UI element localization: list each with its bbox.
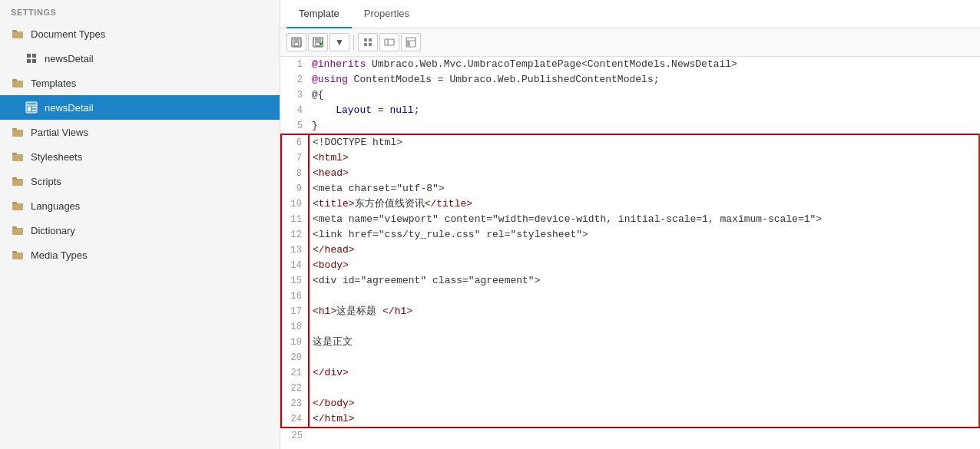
- folder-icon-languages: [11, 199, 25, 213]
- code-line[interactable]: <div id="agreement" class="agreement">: [309, 273, 979, 289]
- code-line[interactable]: 这是正文: [309, 335, 979, 350]
- svg-rect-30: [316, 42, 320, 46]
- table-row: 21</div>: [281, 365, 979, 381]
- insert-partial-button[interactable]: [401, 33, 421, 51]
- code-line[interactable]: </body>: [309, 396, 979, 411]
- sidebar-item-label: Media Types: [31, 249, 87, 261]
- line-number: 18: [281, 319, 309, 335]
- svg-rect-12: [32, 110, 36, 111]
- sidebar: SETTINGS Document Types newsDetail Templ…: [0, 0, 280, 449]
- line-number: 20: [281, 350, 309, 365]
- code-line[interactable]: <h1>这是标题 </h1>: [309, 304, 979, 319]
- sidebar-item-partial-views[interactable]: Partial Views: [0, 120, 280, 144]
- save-publish-button[interactable]: [308, 33, 328, 51]
- line-number: 19: [281, 335, 309, 350]
- svg-rect-0: [12, 31, 23, 38]
- code-line[interactable]: [309, 350, 979, 365]
- table-row: 12<link href="css/ty_rule.css" rel="styl…: [281, 227, 979, 243]
- code-line[interactable]: @using ContentModels = Umbraco.Web.Publi…: [309, 72, 979, 87]
- sidebar-item-newsdetail-doc[interactable]: newsDetail: [0, 46, 280, 71]
- svg-rect-18: [12, 177, 17, 180]
- folder-icon-partial: [11, 125, 25, 139]
- line-number: 24: [281, 411, 309, 428]
- code-line[interactable]: <html>: [309, 150, 979, 166]
- settings-label: SETTINGS: [0, 0, 280, 21]
- table-row: 17<h1>这是标题 </h1>: [281, 304, 979, 319]
- tab-template[interactable]: Template: [286, 0, 352, 28]
- save-button[interactable]: [286, 33, 306, 51]
- sidebar-item-label: Templates: [31, 78, 76, 89]
- svg-rect-16: [12, 153, 17, 155]
- svg-rect-3: [32, 54, 36, 58]
- line-number: 13: [281, 243, 309, 258]
- sidebar-item-scripts[interactable]: Scripts: [0, 169, 280, 193]
- folder-icon-dictionary: [11, 223, 25, 237]
- code-line[interactable]: <body>: [309, 258, 979, 273]
- sidebar-item-templates[interactable]: Templates: [0, 71, 280, 95]
- line-number: 17: [281, 304, 309, 319]
- table-row: 1@inherits Umbraco.Web.Mvc.UmbracoTempla…: [281, 57, 979, 72]
- svg-rect-31: [364, 38, 367, 41]
- code-table: 1@inherits Umbraco.Web.Mvc.UmbracoTempla…: [280, 57, 980, 444]
- sidebar-item-label: Stylesheets: [31, 151, 82, 163]
- code-line[interactable]: <link href="css/ty_rule.css" rel="styles…: [309, 227, 979, 243]
- tab-properties[interactable]: Properties: [352, 0, 422, 28]
- svg-rect-32: [369, 38, 372, 41]
- line-number: 11: [281, 212, 309, 227]
- sidebar-item-newsdetail-template[interactable]: newsDetail: [0, 95, 280, 120]
- code-line[interactable]: @inherits Umbraco.Web.Mvc.UmbracoTemplat…: [309, 57, 979, 72]
- line-number: 7: [281, 150, 309, 166]
- line-number: 16: [281, 289, 309, 304]
- folder-icon-templates: [11, 76, 25, 90]
- svg-rect-15: [12, 154, 23, 161]
- sidebar-item-media-types[interactable]: Media Types: [0, 243, 280, 267]
- template-icon: [25, 101, 38, 114]
- svg-rect-19: [12, 203, 23, 210]
- code-line[interactable]: [309, 381, 979, 396]
- table-row: 18: [281, 319, 979, 335]
- code-line[interactable]: [309, 428, 979, 444]
- code-line[interactable]: <head>: [309, 166, 979, 181]
- code-line[interactable]: <meta name="viewport" content="width=dev…: [309, 212, 979, 227]
- code-line[interactable]: </html>: [309, 411, 979, 428]
- code-line[interactable]: @{: [309, 87, 979, 103]
- sidebar-item-dictionary[interactable]: Dictionary: [0, 218, 280, 243]
- insert-value-button[interactable]: [379, 33, 399, 51]
- svg-rect-7: [12, 79, 17, 81]
- code-line[interactable]: </head>: [309, 243, 979, 258]
- table-row: 22: [281, 381, 979, 396]
- code-line[interactable]: <meta charset="utf-8">: [309, 181, 979, 196]
- table-row: 5}: [281, 118, 979, 134]
- table-row: 11<meta name="viewport" content="width=d…: [281, 212, 979, 227]
- code-line[interactable]: }: [309, 118, 979, 134]
- line-number: 8: [281, 166, 309, 181]
- line-number: 2: [281, 72, 309, 87]
- sidebar-item-stylesheets[interactable]: Stylesheets: [0, 144, 280, 169]
- code-line[interactable]: Layout = null;: [309, 103, 979, 118]
- sidebar-item-label: Scripts: [31, 176, 61, 187]
- table-row: 6<!DOCTYPE html>: [281, 134, 979, 150]
- insert-macro-button[interactable]: [358, 33, 378, 51]
- code-line[interactable]: <title>东方价值线资讯</title>: [309, 196, 979, 212]
- table-row: 19这是正文: [281, 335, 979, 350]
- table-row: 16: [281, 289, 979, 304]
- toolbar-separator-1: [353, 35, 354, 50]
- svg-rect-5: [32, 59, 36, 63]
- code-line[interactable]: [309, 319, 979, 335]
- line-number: 6: [281, 134, 309, 150]
- svg-rect-23: [12, 253, 23, 259]
- sidebar-item-languages[interactable]: Languages: [0, 193, 280, 218]
- svg-rect-20: [12, 202, 17, 204]
- svg-rect-34: [369, 43, 372, 46]
- dropdown-button[interactable]: ▼: [329, 33, 349, 51]
- sidebar-item-document-types[interactable]: Document Types: [0, 21, 280, 46]
- svg-rect-22: [12, 226, 17, 229]
- svg-rect-27: [294, 42, 299, 46]
- svg-rect-6: [12, 81, 23, 87]
- code-line[interactable]: </div>: [309, 365, 979, 381]
- table-row: 14<body>: [281, 258, 979, 273]
- code-line[interactable]: <!DOCTYPE html>: [309, 134, 979, 150]
- code-line[interactable]: [309, 289, 979, 304]
- code-editor[interactable]: 1@inherits Umbraco.Web.Mvc.UmbracoTempla…: [280, 57, 980, 449]
- table-row: 23</body>: [281, 396, 979, 411]
